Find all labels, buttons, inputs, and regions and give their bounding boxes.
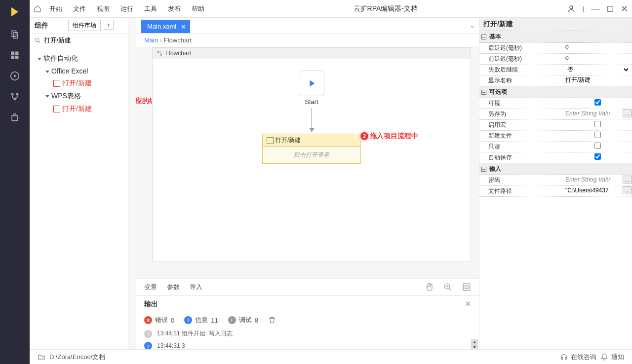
tree-wps-open[interactable]: 打开/新建	[32, 103, 126, 115]
user-icon[interactable]	[567, 4, 576, 13]
svg-point-15	[158, 51, 159, 53]
input-display-name[interactable]	[565, 77, 630, 84]
section-basic[interactable]: 基本	[479, 31, 632, 43]
scrollbar[interactable]: ▲▼	[471, 339, 478, 349]
prop-save-as: 另存为	[479, 109, 563, 119]
close-icon[interactable]: ✕	[465, 300, 471, 308]
input-delay-before[interactable]	[565, 55, 630, 62]
select-on-fail[interactable]: 否	[565, 66, 630, 73]
filter-debug[interactable]: i调试 8	[228, 316, 258, 325]
menu-run[interactable]: 运行	[120, 4, 133, 13]
browse-button[interactable]: ...	[623, 176, 632, 183]
properties-panel: 打开/新建 基本 后延迟(毫秒) 前延迟(毫秒) 失败后继续否 显示名称 可选项…	[479, 18, 632, 349]
prop-display-name: 显示名称	[479, 75, 563, 86]
svg-rect-10	[12, 116, 18, 121]
input-password[interactable]	[565, 176, 630, 183]
components-title: 组件	[35, 21, 48, 30]
flowchart-icon	[157, 50, 162, 56]
tab-parameters[interactable]: 参数	[167, 283, 180, 291]
svg-line-18	[449, 288, 451, 291]
fit-screen-icon[interactable]	[462, 283, 471, 291]
browse-button[interactable]: ...	[623, 186, 632, 194]
prop-filepath: 文件路径	[479, 186, 563, 196]
clipboard-icon[interactable]	[10, 30, 20, 39]
branch-icon[interactable]	[10, 92, 20, 102]
log-row: i13:44:31 组件开始: 写入日志	[136, 328, 479, 340]
add-component-button[interactable]: +	[104, 20, 114, 30]
tab-main[interactable]: Main.xaml✕	[141, 20, 190, 33]
prop-readonly: 只读	[479, 142, 563, 152]
svg-rect-5	[15, 56, 19, 59]
search-icon	[35, 37, 41, 44]
browse-button[interactable]: ...	[623, 109, 632, 117]
close-icon[interactable]: ✕	[181, 23, 186, 30]
section-input[interactable]: 输入	[479, 163, 632, 175]
checkbox-readonly[interactable]	[565, 143, 630, 149]
svg-point-13	[36, 38, 39, 41]
search-input[interactable]	[44, 36, 123, 44]
breadcrumb-main[interactable]: Main	[144, 36, 158, 44]
pan-icon[interactable]	[425, 283, 434, 291]
maximize-button[interactable]	[607, 5, 614, 12]
input-save-as[interactable]	[565, 110, 630, 117]
menu-start[interactable]: 开始	[49, 4, 62, 13]
play-icon[interactable]	[10, 71, 20, 81]
close-button[interactable]: ✕	[621, 3, 628, 14]
divider: |	[583, 5, 584, 12]
tab-variables[interactable]: 变量	[144, 283, 157, 291]
activity-icon	[53, 80, 60, 87]
bell-icon	[600, 353, 608, 361]
breadcrumb-flowchart: Flowchart	[164, 36, 192, 44]
play-icon	[306, 78, 317, 89]
checkbox-new-file[interactable]	[565, 132, 630, 138]
panel-gutter[interactable]	[128, 18, 136, 349]
start-label: Start	[295, 98, 328, 106]
zoom-in-icon[interactable]	[443, 283, 452, 291]
svg-point-11	[570, 6, 573, 9]
checkbox-visible[interactable]	[565, 99, 630, 106]
menu-tools[interactable]: 工具	[144, 4, 157, 13]
market-button[interactable]: 组件市场	[68, 20, 101, 31]
package-icon[interactable]	[10, 112, 20, 122]
activity-open-create[interactable]: 打开/新建 双击打开查看	[262, 134, 361, 164]
menu-publish[interactable]: 发布	[168, 4, 181, 13]
left-iconbar	[0, 0, 30, 364]
connector-arrow	[312, 108, 312, 132]
log-row: i13:44:31 3	[136, 340, 479, 349]
home-icon[interactable]	[34, 5, 41, 13]
tree-wps[interactable]: WPS表格	[32, 90, 126, 103]
chevron-down-icon[interactable]: ⌄	[470, 22, 475, 29]
prop-new-file: 新建文件	[479, 131, 563, 141]
tab-imports[interactable]: 导入	[190, 283, 202, 291]
svg-point-8	[16, 93, 18, 95]
menu-view[interactable]: 视图	[97, 4, 110, 13]
svg-line-14	[39, 41, 40, 42]
filter-error[interactable]: ✕错误 0	[144, 316, 174, 325]
activity-icon	[53, 106, 60, 112]
tree-excel[interactable]: Office Excel	[32, 65, 126, 77]
svg-point-7	[11, 93, 13, 95]
designer-canvas[interactable]: 1搜索对应的组件 Flowchart Start 打开/新建 双击打开查看	[136, 47, 479, 295]
trash-icon[interactable]	[268, 316, 276, 324]
notify-link[interactable]: 通知	[600, 353, 624, 362]
input-filepath[interactable]	[565, 187, 630, 194]
flowchart-container[interactable]: Flowchart Start 打开/新建 双击打开查看 2拖入项	[152, 47, 471, 261]
minimize-button[interactable]: —	[591, 3, 600, 14]
start-node[interactable]: Start	[295, 71, 328, 106]
grid-icon[interactable]	[10, 50, 20, 60]
editor-tabs: Main.xaml✕ ⌄	[136, 18, 479, 34]
filter-info[interactable]: i信息 11	[184, 316, 218, 325]
menu-file[interactable]: 文件	[73, 4, 86, 13]
input-delay-after[interactable]	[565, 44, 630, 51]
breadcrumb: Main › Flowchart	[136, 34, 479, 47]
svg-rect-22	[465, 286, 468, 289]
svg-point-16	[160, 54, 162, 56]
consult-link[interactable]: 在线咨询	[560, 353, 596, 362]
menu-help[interactable]: 帮助	[192, 4, 204, 13]
menu-bar: 开始 文件 视图 运行 工具 发布 帮助	[46, 4, 204, 13]
tree-root-software[interactable]: 软件自动化	[32, 52, 126, 65]
section-optional[interactable]: 可选项	[479, 86, 632, 98]
tree-excel-open[interactable]: 打开/新建	[32, 77, 126, 90]
checkbox-autosave[interactable]	[565, 153, 630, 160]
checkbox-macro[interactable]	[565, 121, 630, 127]
